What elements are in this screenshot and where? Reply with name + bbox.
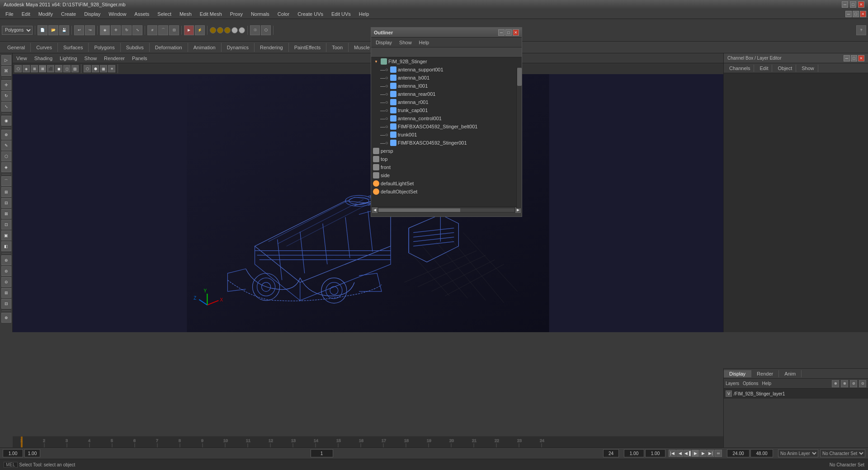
play-back-btn[interactable]: ◀▐ [684, 450, 691, 457]
layer-tool-1[interactable]: ⊕ [832, 380, 839, 387]
tool12[interactable]: ⊜ [1, 266, 11, 276]
sculpt-tool[interactable]: ⊕ [1, 130, 11, 140]
tab-curves[interactable]: Curves [31, 43, 58, 52]
tool10[interactable]: ◧ [1, 241, 11, 251]
layer-tab-render[interactable]: Render [751, 370, 779, 377]
tool6[interactable]: ⊟ [1, 198, 11, 208]
playback-start-input[interactable] [3, 449, 23, 457]
menu-normals[interactable]: Normals [247, 10, 273, 18]
anim-layer-select[interactable]: No Anim Layer [778, 449, 818, 457]
outliner-item-front[interactable]: front [371, 163, 522, 171]
outliner-item-objectset[interactable]: defaultObjectSet [371, 188, 522, 196]
menu-edit-uvs[interactable]: Edit UVs [328, 10, 354, 18]
layer-tab-display[interactable]: Display [724, 370, 751, 377]
tool9[interactable]: ▣ [1, 230, 11, 240]
scale-tool[interactable]: ⤡ [1, 102, 11, 112]
outliner-item-antenna-r[interactable]: —○ antenna_r001 [371, 98, 522, 106]
viewport-menu-view[interactable]: View [16, 56, 27, 61]
end-frame-input[interactable] [727, 449, 750, 457]
paint-tool[interactable]: ✎ [1, 141, 11, 150]
layer-tab-anim[interactable]: Anim [779, 370, 802, 377]
scene-area[interactable]: X Y Z [13, 74, 723, 332]
end-range-input[interactable] [750, 449, 773, 457]
cb-close[interactable]: ✕ [858, 55, 864, 61]
light3-btn[interactable] [224, 27, 231, 33]
viewport-menu-shading[interactable]: Shading [34, 56, 52, 61]
polygon-mode-select[interactable]: Polygons [2, 26, 33, 35]
play-fwd-btn[interactable]: ▶ [692, 450, 699, 457]
outliner-close[interactable]: ✕ [513, 29, 519, 36]
tool4[interactable]: ◈ [1, 162, 11, 172]
panel-close[interactable]: ✕ [860, 11, 866, 17]
new-file-btn[interactable]: 📄 [38, 25, 47, 35]
vp-solid-btn[interactable]: ⬢ [92, 65, 99, 72]
goto-start-btn[interactable]: |◀ [669, 450, 676, 457]
light5-btn[interactable] [239, 27, 245, 33]
move-tool-btn[interactable]: ✛ [111, 25, 121, 35]
ipr-btn[interactable]: ⚡ [195, 25, 205, 35]
tab-surfaces[interactable]: Surfaces [58, 43, 89, 52]
soft-select-tool[interactable]: ◉ [1, 116, 11, 126]
layer-tool-4[interactable]: ⊙ [859, 380, 866, 387]
vp-light-btn[interactable]: ☀ [108, 65, 115, 72]
timeline-area[interactable]: 1 2 3 4 5 6 7 8 9 10 11 12 13 14 15 16 1… [13, 436, 723, 447]
vp-tool5[interactable]: ⬛ [47, 65, 54, 72]
outliner-item-belt[interactable]: —○ FIMFBXASC04592_Stinger_belt001 [371, 122, 522, 131]
menu-select[interactable]: Select [154, 10, 175, 18]
move-tool[interactable]: ✛ [1, 80, 11, 90]
viewport-menu-renderer[interactable]: Renderer [104, 56, 125, 61]
show-manipulator-btn[interactable]: ☉ [250, 25, 260, 35]
outliner-item-antenna-support[interactable]: —○ antenna_support001 [371, 66, 522, 74]
outliner-scroll-thumb[interactable] [517, 68, 522, 86]
tab-painteffects[interactable]: PaintEffects [289, 43, 327, 52]
cb-tab-show[interactable]: Show [798, 65, 818, 72]
tab-polygons[interactable]: Polygons [89, 43, 120, 52]
menu-edit[interactable]: Edit [18, 10, 34, 18]
menu-create-uvs[interactable]: Create UVs [294, 10, 327, 18]
tab-rendering[interactable]: Rendering [255, 43, 289, 52]
menu-color[interactable]: Color [274, 10, 293, 18]
character-set-select[interactable]: No Character Set [820, 449, 865, 457]
tool14[interactable]: ⊞ [1, 288, 11, 298]
rotate-tool[interactable]: ↻ [1, 91, 11, 101]
outliner-item-persp[interactable]: persp [371, 147, 522, 155]
snap-grid-btn[interactable]: # [147, 25, 157, 35]
outliner-search[interactable] [371, 47, 522, 57]
cb-tab-edit[interactable]: Edit [756, 65, 772, 72]
prev-frame-btn[interactable]: ◀ [676, 450, 684, 457]
tool15[interactable]: ⊟ [1, 299, 11, 309]
tab-general[interactable]: General [2, 43, 31, 52]
vp-tool8[interactable]: ▧ [71, 65, 79, 72]
outliner-item-antenna-rear[interactable]: —○ antenna_rear001 [371, 90, 522, 98]
outliner-menu-show[interactable]: Show [396, 39, 415, 46]
viewport-menu-show[interactable]: Show [85, 56, 97, 61]
tool11[interactable]: ⊛ [1, 255, 11, 265]
playback-end-input[interactable] [603, 449, 619, 457]
cb-maximize[interactable]: □ [851, 55, 857, 61]
viewport-menu-lighting[interactable]: Lighting [60, 56, 77, 61]
layer-tool-2[interactable]: ⊗ [841, 380, 848, 387]
snap-curve-btn[interactable]: ⌒ [158, 25, 168, 35]
tab-toon[interactable]: Toon [326, 43, 349, 52]
menu-proxy[interactable]: Proxy [226, 10, 246, 18]
tool8[interactable]: ⊡ [1, 220, 11, 230]
menu-edit-mesh[interactable]: Edit Mesh [196, 10, 226, 18]
vp-tool4[interactable]: ⊠ [39, 65, 46, 72]
scale-tool-btn[interactable]: ⤡ [132, 25, 142, 35]
vp-tool7[interactable]: ◻ [63, 65, 71, 72]
outliner-item-stinger001[interactable]: —○ FIMFBXASC04592_Stinger001 [371, 139, 522, 147]
outliner-item-trunk[interactable]: —○ trunk001 [371, 131, 522, 139]
menu-display[interactable]: Display [80, 10, 104, 18]
save-file-btn[interactable]: 💾 [59, 25, 69, 35]
viewport[interactable]: View Shading Lighting Show Renderer Pane… [13, 53, 723, 332]
range-start-input[interactable] [624, 449, 644, 457]
component-select-btn[interactable]: ⬡ [261, 25, 271, 35]
outliner-menu-help[interactable]: Help [416, 39, 432, 46]
tab-animation[interactable]: Animation [188, 43, 222, 52]
help-btn[interactable]: ? [856, 25, 866, 35]
current-frame-input[interactable] [24, 449, 40, 457]
light1-btn[interactable] [210, 27, 216, 33]
outliner-item-antenna-l[interactable]: —○ antenna_l001 [371, 82, 522, 90]
panel-minimize[interactable]: ─ [845, 11, 852, 17]
outliner-minimize[interactable]: ─ [498, 29, 505, 36]
